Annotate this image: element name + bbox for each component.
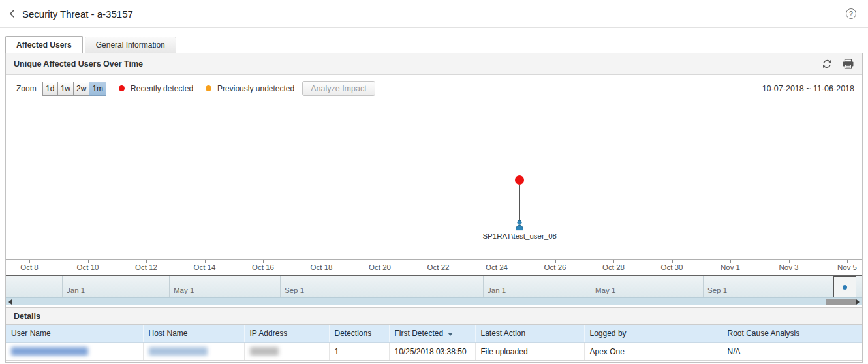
user-icon[interactable] bbox=[514, 220, 525, 233]
affected-users-panel: Unique Affected Users Over Time bbox=[5, 53, 863, 363]
sort-descending-icon bbox=[448, 333, 453, 336]
cell-root-cause-analysis: N/A bbox=[722, 342, 862, 360]
print-icon[interactable] bbox=[842, 59, 854, 69]
tab-general-information[interactable]: General Information bbox=[85, 37, 176, 53]
x-axis-label: Nov 5 bbox=[837, 264, 857, 271]
column-header-root-cause-analysis[interactable]: Root Cause Analysis bbox=[722, 325, 862, 342]
table-header-row: User NameHost NameIP AddressDetectionsFi… bbox=[6, 325, 862, 342]
table-row: 110/25/2018 03:38:50File uploadedApex On… bbox=[6, 342, 862, 360]
x-axis-tick bbox=[322, 260, 322, 263]
x-axis-tick bbox=[29, 260, 30, 263]
x-axis-tick bbox=[380, 260, 380, 263]
x-axis-label: Oct 10 bbox=[77, 264, 99, 271]
zoom-button-1m[interactable]: 1m bbox=[89, 82, 106, 96]
x-axis-label: Oct 12 bbox=[135, 264, 157, 271]
details-header: Details bbox=[6, 307, 862, 325]
scroll-left-icon[interactable] bbox=[6, 298, 14, 305]
navigator-gridline bbox=[280, 276, 281, 297]
x-axis-label: Oct 24 bbox=[486, 264, 508, 271]
page: { "header": { "title": "Security Threat … bbox=[0, 0, 868, 364]
legend-item: Previously undetected bbox=[206, 84, 294, 93]
x-axis-tick bbox=[263, 260, 264, 263]
x-axis-label: Oct 26 bbox=[544, 264, 566, 271]
back-icon[interactable] bbox=[9, 9, 15, 18]
cell-first-detected: 10/25/2018 03:38:50 bbox=[389, 342, 475, 360]
x-axis-tick bbox=[555, 260, 556, 263]
x-axis-label: Oct 14 bbox=[194, 264, 216, 271]
zoom-label: Zoom bbox=[16, 84, 37, 93]
tab-bar: Affected Users General Information bbox=[0, 36, 868, 53]
navigator-label: Sep 1 bbox=[707, 286, 727, 294]
x-axis-label: Oct 22 bbox=[427, 264, 450, 271]
analyze-impact-button[interactable]: Analyze Impact bbox=[302, 81, 375, 96]
x-axis-label: Oct 28 bbox=[602, 264, 625, 271]
help-icon[interactable]: ? bbox=[846, 8, 856, 19]
x-axis-tick bbox=[789, 260, 790, 263]
x-axis-tick bbox=[672, 260, 673, 263]
column-header-ip-address[interactable]: IP Address bbox=[244, 325, 329, 342]
navigator-gridline bbox=[169, 276, 170, 297]
cell-user-name[interactable] bbox=[6, 342, 143, 360]
chart-panel-header: Unique Affected Users Over Time bbox=[6, 53, 862, 75]
navigator-point bbox=[843, 285, 847, 290]
x-axis-label: Oct 18 bbox=[311, 264, 333, 271]
app-header: Security Threat - a-35157 ? bbox=[0, 0, 868, 28]
page-title: Security Threat - a-35157 bbox=[22, 8, 133, 20]
x-axis-tick bbox=[88, 260, 89, 263]
cell-ip-address bbox=[244, 342, 329, 360]
x-axis-tick bbox=[497, 260, 497, 263]
chart-panel-title: Unique Affected Users Over Time bbox=[14, 59, 143, 68]
x-axis-label: Oct 8 bbox=[20, 264, 38, 271]
column-header-first-detected[interactable]: First Detected bbox=[389, 325, 475, 342]
zoom-buttons: 1d1w2w1m bbox=[42, 82, 106, 96]
column-header-latest-action[interactable]: Latest Action bbox=[475, 325, 584, 342]
navigator-label: Jan 1 bbox=[488, 286, 506, 294]
zoom-button-2w[interactable]: 2w bbox=[73, 82, 89, 96]
navigator-label: May 1 bbox=[174, 286, 194, 294]
redacted-value bbox=[11, 347, 88, 356]
x-axis-tick bbox=[847, 260, 848, 263]
details-table: User NameHost NameIP AddressDetectionsFi… bbox=[6, 325, 862, 361]
redacted-value bbox=[250, 347, 279, 356]
tab-affected-users[interactable]: Affected Users bbox=[5, 36, 83, 53]
x-axis-tick bbox=[730, 260, 731, 263]
scroll-right-icon[interactable] bbox=[854, 298, 862, 305]
scrollbar-thumb[interactable] bbox=[826, 299, 856, 305]
refresh-icon[interactable] bbox=[822, 59, 832, 69]
navigator-gridline bbox=[483, 276, 484, 297]
chart-plot-area: SP1RAT\test_user_08 bbox=[6, 102, 862, 259]
legend-item: Recently detected bbox=[119, 84, 193, 93]
redacted-value bbox=[149, 347, 208, 356]
table-body: 110/25/2018 03:38:50File uploadedApex On… bbox=[6, 342, 862, 360]
column-header-user-name[interactable]: User Name bbox=[6, 325, 143, 342]
zoom-button-1w[interactable]: 1w bbox=[57, 82, 74, 96]
marker-stem bbox=[519, 185, 520, 220]
navigator-selection[interactable] bbox=[833, 276, 856, 297]
detection-point[interactable] bbox=[515, 175, 524, 185]
navigator-gridline bbox=[62, 276, 63, 297]
chart-date-range: 10-07-2018 ~ 11-06-2018 bbox=[762, 84, 856, 93]
x-axis-tick bbox=[205, 260, 206, 263]
chart-navigator[interactable]: Jan 1May 1Sep 1Jan 1May 1Sep 1 bbox=[6, 276, 862, 297]
x-axis-label: Oct 20 bbox=[369, 264, 391, 271]
x-axis-label: Oct 30 bbox=[661, 264, 683, 271]
navigator-gridline bbox=[703, 276, 704, 297]
details-title: Details bbox=[14, 312, 40, 321]
chart-toolbar: Zoom 1d1w2w1m Recently detectedPreviousl… bbox=[6, 75, 862, 102]
column-header-detections[interactable]: Detections bbox=[329, 325, 389, 342]
marker-user-label: SP1RAT\test_user_08 bbox=[454, 232, 585, 240]
column-header-host-name[interactable]: Host Name bbox=[143, 325, 244, 342]
chart-legend: Recently detectedPreviously undetected bbox=[106, 84, 294, 93]
x-axis-tick bbox=[146, 260, 147, 263]
x-axis: Oct 8Oct 10Oct 12Oct 14Oct 16Oct 18Oct 2… bbox=[6, 259, 862, 276]
x-axis-tick bbox=[439, 260, 439, 263]
x-axis-label: Nov 3 bbox=[779, 264, 798, 271]
navigator-label: May 1 bbox=[595, 286, 615, 294]
legend-dot bbox=[119, 85, 125, 91]
zoom-button-1d[interactable]: 1d bbox=[42, 82, 58, 96]
chart-scrollbar[interactable] bbox=[6, 297, 862, 305]
cell-detections: 1 bbox=[329, 342, 389, 360]
cell-latest-action: File uploaded bbox=[475, 342, 584, 360]
navigator-gridline bbox=[591, 276, 591, 297]
column-header-logged-by[interactable]: Logged by bbox=[584, 325, 722, 342]
